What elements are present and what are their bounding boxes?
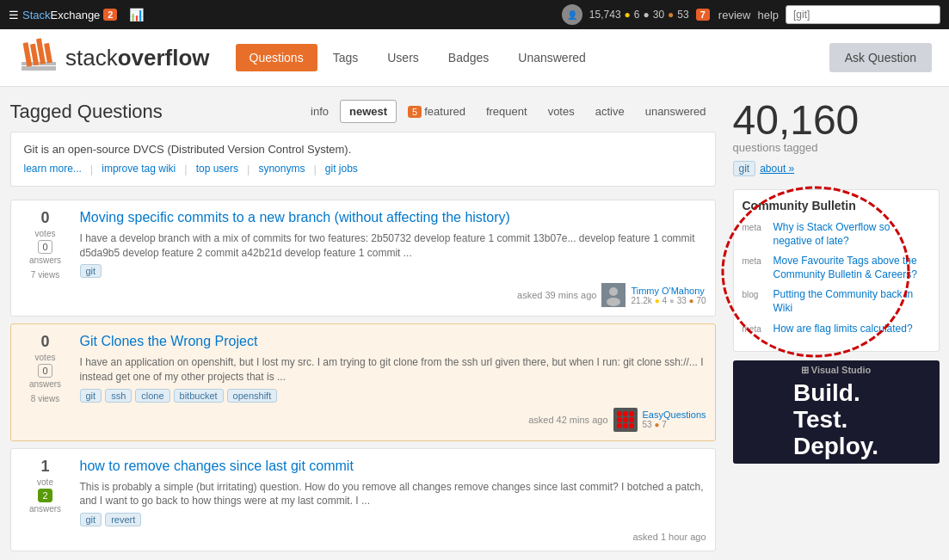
bulletin-item-3: blog Putting the Community back in Wiki [743,288,930,315]
help-link[interactable]: help [757,9,779,22]
community-bulletin: Community Bulletin meta Why is Stack Ove… [733,189,940,352]
synonyms-link[interactable]: synonyms [258,163,305,175]
separator4: | [313,163,316,175]
tag-clone[interactable]: clone [135,389,169,403]
question-link-3[interactable]: how to remove changes since last git com… [80,458,354,473]
question-title-2: Git Clones the Wrong Project [80,333,706,351]
tab-frequent[interactable]: frequent [477,100,537,123]
answer-count-box-2: 0 [38,364,52,378]
review-badge: 7 [696,9,710,21]
question-stats-2: 0 votes 0 answers 8 views [20,333,71,431]
tag-git-2[interactable]: git [80,389,102,403]
question-title-3: how to remove changes since last git com… [80,458,706,476]
sidebar-git-tag[interactable]: git [733,161,756,176]
tab-featured[interactable]: 5featured [398,100,475,123]
svg-point-11 [623,411,628,416]
bulletin-item-4: meta How are flag limits calculated? [743,323,930,336]
search-input[interactable] [786,5,940,24]
question-body-3: how to remove changes since last git com… [80,458,706,542]
bulletin-source-3: blog [743,290,767,299]
question-link[interactable]: Moving specific commits to a new branch … [80,210,510,225]
bulletin-link-3[interactable]: Putting the Community back in Wiki [773,288,930,315]
user-info: Timmy O'Mahony 21.2k ● 4 ● 33 ● 70 [631,286,706,305]
svg-point-10 [617,411,622,416]
tag-bitbucket[interactable]: bitbucket [174,389,224,403]
tag-git[interactable]: git [80,264,102,278]
bulletin-source-1: meta [743,223,767,232]
logo-text: stackoverflow [65,45,210,71]
analytics-icon[interactable]: 📊 [129,8,144,22]
improve-tag-wiki-link[interactable]: improve tag wiki [102,163,176,175]
asked-time-2: asked 42 mins ago [528,415,607,425]
user-avatar-img [601,283,625,307]
sidebar-stats: 40,160 questions tagged git about » [733,100,940,176]
about-link[interactable]: about » [760,163,794,175]
question-body-2: Git Clones the Wrong Project I have an a… [80,333,706,431]
site-header: stackoverflow Questions Tags Users Badge… [0,29,949,87]
tag-description: Git is an open-source DVCS (Distributed … [24,143,702,156]
user-name[interactable]: Timmy O'Mahony [631,286,706,296]
tag-git-3[interactable]: git [80,513,102,526]
separator: | [90,163,93,175]
tab-active[interactable]: active [586,100,634,123]
topbar-logo[interactable]: ☰ StackExchange 2 [9,9,117,22]
so-logo-graphic [17,36,60,79]
review-link[interactable]: review [718,9,751,22]
nav-badges[interactable]: Badges [434,44,502,71]
question-body: Moving specific commits to a new branch … [80,209,706,307]
question-stats: 0 votes 0 answers 7 views [20,209,71,307]
tag-ssh[interactable]: ssh [105,389,132,403]
bulletin-link-4[interactable]: How are flag limits calculated? [773,323,913,336]
notification-badge[interactable]: 2 [103,9,117,21]
tab-unanswered[interactable]: unanswered [636,100,716,123]
featured-badge: 5 [408,106,422,118]
question-tags: git [80,264,706,278]
bulletin-link-2[interactable]: Move Favourite Tags above the Community … [773,255,930,281]
svg-point-13 [617,417,622,422]
answers-label-3: answers [29,504,61,514]
ask-question-button[interactable]: Ask Question [829,43,932,72]
user-name-2[interactable]: EasyQuestions [643,409,706,420]
user-rep-2: 53 ● 7 [643,420,706,429]
site-logo[interactable]: stackoverflow [17,36,210,79]
learn-more-link[interactable]: learn more... [24,163,82,175]
nav-unanswered[interactable]: Unanswered [504,44,600,71]
bulletin-item-2: meta Move Favourite Tags above the Commu… [743,255,930,281]
question-excerpt-2: I have an application on openshift, but … [80,355,706,385]
questions-count: 40,160 [733,100,940,141]
bulletin-title: Community Bulletin [743,199,930,212]
question-link-2[interactable]: Git Clones the Wrong Project [80,334,258,348]
topbar: ☰ StackExchange 2 📊 👤 15,743 ● 6 ● 30 ● … [0,0,949,29]
nav-tags[interactable]: Tags [319,44,373,71]
top-users-link[interactable]: top users [196,163,238,175]
separator2: | [184,163,187,175]
bulletin-link-1[interactable]: Why is Stack Overflow so negative of lat… [773,221,930,248]
git-jobs-link[interactable]: git jobs [325,163,358,175]
svg-point-18 [629,423,634,428]
tab-newest[interactable]: newest [340,100,397,123]
nav-users[interactable]: Users [373,44,433,71]
user-info-2: EasyQuestions 53 ● 7 [643,409,706,429]
nav-questions[interactable]: Questions [236,44,317,71]
user-rep-value-2: 53 [643,420,652,429]
svg-point-12 [629,411,634,416]
tag-openshift[interactable]: openshift [227,389,278,403]
tagged-tabs: info newest 5featured frequent votes act… [301,100,715,123]
tab-votes[interactable]: votes [539,100,584,123]
answer-count-box: 0 [38,240,52,254]
separator3: | [247,163,250,175]
tagged-title: Tagged Questions [10,101,163,123]
user-silver: 33 [677,296,687,305]
tag-revert[interactable]: revert [105,513,141,526]
tagged-header: Tagged Questions info newest 5featured f… [10,100,716,123]
view-count: 7 views [31,270,59,280]
tab-info[interactable]: info [301,100,338,123]
gold-dot: ● [625,9,631,21]
avatar[interactable]: 👤 [562,4,582,25]
bulletin-source-4: meta [743,324,767,334]
gold-count: 6 [634,9,640,21]
tag-links: learn more... | improve tag wiki | top u… [24,163,702,175]
question-meta-2: asked 42 mins ago EasyQuestions 53 ● 7 [80,408,706,432]
user-avatar-img-2 [613,408,638,432]
svg-point-7 [609,287,618,296]
